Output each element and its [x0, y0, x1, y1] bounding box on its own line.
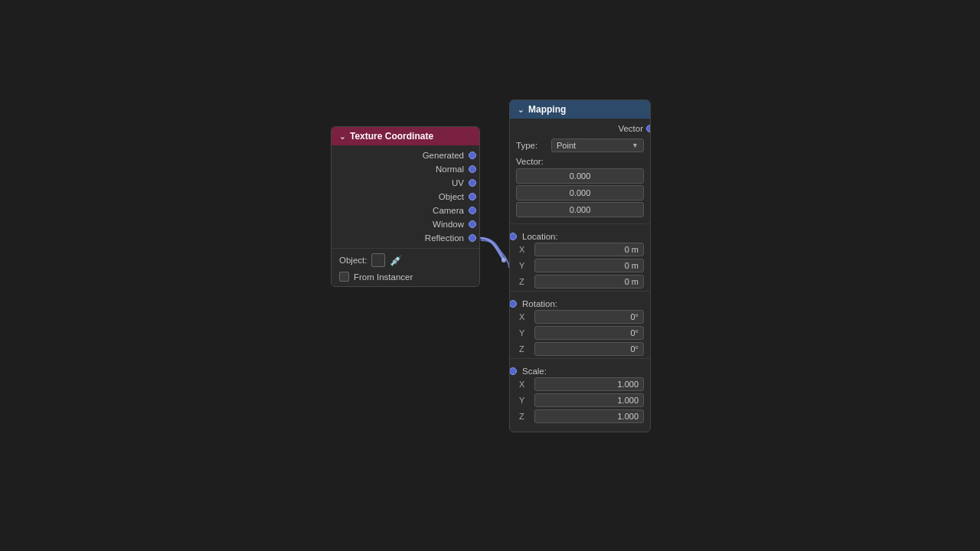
- scale-x-input[interactable]: 1.000: [534, 377, 644, 391]
- scale-y-label: Y: [519, 396, 534, 405]
- mapping-header: ⌄ Mapping: [510, 100, 650, 119]
- socket-label-uv: UV: [452, 178, 464, 187]
- svg-point-0: [501, 258, 506, 262]
- scale-fields: X 1.000 Y 1.000 Z 1.000: [513, 377, 644, 423]
- type-dropdown[interactable]: Point ▼: [551, 139, 644, 152]
- mapping-node: ⌄ Mapping Vector Type: Point ▼ Vector: 0…: [509, 99, 651, 432]
- object-row: Object: 💉: [339, 253, 472, 267]
- socket-label-object: Object: [439, 192, 464, 201]
- vector-x-input[interactable]: 0.000: [516, 168, 644, 184]
- type-value: Point: [557, 141, 576, 150]
- wire-overlay: [0, 0, 980, 551]
- rotation-x-input[interactable]: 0°: [534, 310, 644, 324]
- scale-z-label: Z: [519, 412, 534, 421]
- scale-y-row: Y 1.000: [519, 393, 644, 407]
- type-label: Type:: [516, 141, 547, 150]
- socket-label-window: Window: [433, 220, 464, 229]
- socket-dot-object[interactable]: [469, 193, 476, 201]
- location-z-input[interactable]: 0 m: [534, 275, 644, 289]
- location-x-input[interactable]: 0 m: [534, 243, 644, 256]
- rotation-z-input[interactable]: 0°: [534, 342, 644, 356]
- socket-row-uv: UV: [332, 176, 479, 190]
- rotation-x-row: X 0°: [519, 310, 644, 324]
- socket-dot-uv[interactable]: [469, 179, 476, 187]
- vector-field-label: Vector:: [516, 157, 644, 166]
- texture-coord-title: Texture Coordinate: [350, 131, 433, 142]
- socket-dot-vector-out[interactable]: [646, 125, 651, 132]
- socket-label-normal: Normal: [436, 165, 464, 174]
- scale-label: Scale:: [522, 367, 547, 376]
- scale-x-label: X: [519, 380, 534, 389]
- rotation-socket-dot[interactable]: [509, 300, 517, 308]
- location-fields: X 0 m Y 0 m Z 0 m: [513, 243, 644, 289]
- texture-coord-header: ⌄ Texture Coordinate: [332, 127, 479, 145]
- location-y-row: Y 0 m: [519, 259, 644, 272]
- socket-row-camera: Camera: [332, 204, 479, 217]
- socket-row-window: Window: [332, 217, 479, 231]
- socket-dot-camera[interactable]: [469, 207, 476, 214]
- mapping-body: Vector Type: Point ▼ Vector: 0.000 0.000…: [510, 119, 650, 432]
- rotation-label: Rotation:: [522, 299, 557, 308]
- rotation-x-label: X: [519, 312, 534, 321]
- socket-label-reflection: Reflection: [425, 233, 464, 243]
- location-label: Location:: [522, 232, 558, 241]
- rotation-fields: X 0° Y 0° Z 0°: [513, 310, 644, 356]
- scale-y-input[interactable]: 1.000: [534, 393, 644, 407]
- location-socket-dot[interactable]: [509, 233, 517, 240]
- divider-1: [510, 223, 650, 224]
- socket-row-generated: Generated: [332, 148, 479, 162]
- location-y-input[interactable]: 0 m: [534, 259, 644, 272]
- location-section: Location: X 0 m Y 0 m Z 0 m: [510, 226, 650, 289]
- socket-label-generated: Generated: [423, 151, 464, 160]
- socket-dot-generated[interactable]: [469, 152, 476, 159]
- socket-row-reflection: Reflection: [332, 231, 479, 245]
- rotation-y-row: Y 0°: [519, 326, 644, 340]
- scale-z-row: Z 1.000: [519, 409, 644, 423]
- vector-z-input[interactable]: 0.000: [516, 202, 644, 217]
- socket-row-normal: Normal: [332, 162, 479, 176]
- location-x-row: X 0 m: [519, 243, 644, 256]
- from-instancer-label: From Instancer: [354, 272, 413, 282]
- location-x-label: X: [519, 245, 534, 254]
- location-header: Location:: [513, 229, 644, 243]
- object-swatch[interactable]: [371, 253, 385, 267]
- texture-coordinate-node: ⌄ Texture Coordinate Generated Normal UV…: [331, 126, 480, 287]
- connection-lines: [0, 0, 980, 551]
- node-collapse-arrow[interactable]: ⌄: [339, 132, 345, 141]
- scale-z-input[interactable]: 1.000: [534, 409, 644, 423]
- rotation-y-input[interactable]: 0°: [534, 326, 644, 340]
- rotation-z-row: Z 0°: [519, 342, 644, 356]
- texture-coord-outputs: Generated Normal UV Object Camera Window: [332, 145, 479, 248]
- scale-socket-dot[interactable]: [509, 367, 517, 375]
- rotation-y-label: Y: [519, 328, 534, 337]
- location-z-row: Z 0 m: [519, 275, 644, 289]
- scale-section: Scale: X 1.000 Y 1.000 Z 1.000: [510, 360, 650, 429]
- vector-input-section: Vector: 0.000 0.000 0.000: [510, 155, 650, 222]
- socket-dot-normal[interactable]: [469, 165, 476, 173]
- divider-3: [510, 358, 650, 359]
- from-instancer-checkbox[interactable]: [339, 272, 349, 282]
- socket-label-camera: Camera: [433, 206, 464, 215]
- rotation-header: Rotation:: [513, 296, 644, 310]
- object-field-label: Object:: [339, 256, 367, 265]
- mapping-collapse-arrow[interactable]: ⌄: [518, 106, 524, 114]
- location-y-label: Y: [519, 261, 534, 270]
- texture-coord-object-section: Object: 💉 From Instancer: [332, 248, 479, 286]
- location-z-label: Z: [519, 277, 534, 286]
- from-instancer-row: From Instancer: [339, 272, 472, 282]
- scale-x-row: X 1.000: [519, 377, 644, 391]
- vector-output-row: Vector: [510, 122, 650, 135]
- vector-out-label: Vector: [618, 124, 643, 133]
- scale-header: Scale:: [513, 364, 644, 377]
- vector-y-input[interactable]: 0.000: [516, 185, 644, 201]
- eyedropper-icon[interactable]: 💉: [390, 255, 402, 266]
- socket-dot-window[interactable]: [469, 220, 476, 228]
- dropdown-arrow-icon: ▼: [632, 142, 639, 149]
- rotation-section: Rotation: X 0° Y 0° Z 0°: [510, 293, 650, 356]
- socket-row-object: Object: [332, 190, 479, 204]
- workspace: ⌄ Texture Coordinate Generated Normal UV…: [0, 0, 980, 551]
- socket-dot-reflection[interactable]: [469, 234, 476, 242]
- type-row: Type: Point ▼: [510, 135, 650, 155]
- mapping-title: Mapping: [528, 104, 566, 115]
- divider-2: [510, 291, 650, 292]
